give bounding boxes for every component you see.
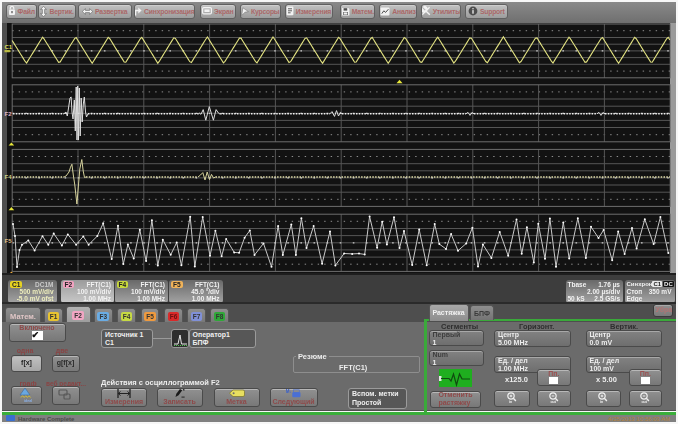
svg-text:in: in [600, 400, 603, 403]
svg-text:out: out [550, 400, 556, 403]
svg-text:out: out [642, 400, 648, 403]
svg-text:F5: F5 [5, 238, 13, 244]
svg-text:ideal: ideal [24, 399, 32, 403]
svg-text:in: in [509, 400, 512, 403]
svg-text:M↓: M↓ [286, 389, 292, 394]
svg-text:F2: F2 [5, 111, 13, 117]
svg-text:C1: C1 [5, 44, 13, 50]
svg-text:F4: F4 [5, 174, 13, 180]
